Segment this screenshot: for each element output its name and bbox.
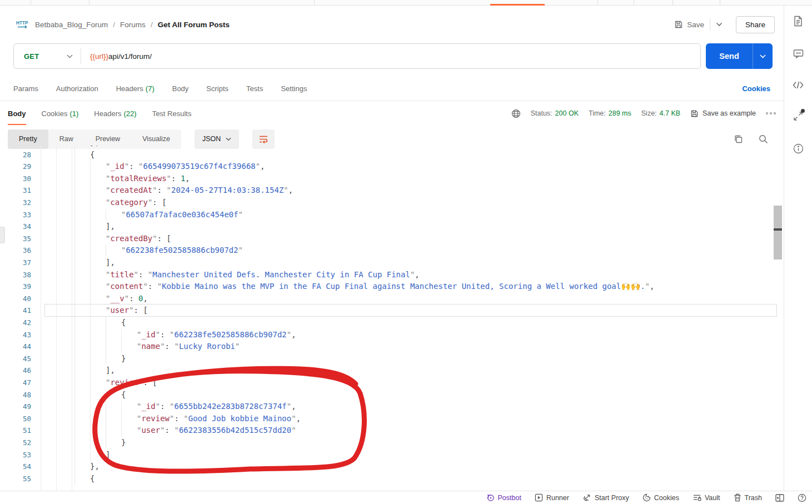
status-bar: PostbotRunnerStart ProxyCookiesVaultTras… xyxy=(0,491,812,504)
line-number: 31 xyxy=(0,184,31,197)
line-number: 29 xyxy=(0,161,31,173)
response-header: BodyCookies(1)Headers(22)Test Results St… xyxy=(0,101,784,126)
statusbar-items: PostbotRunnerStart ProxyCookiesVaultTras… xyxy=(486,493,762,502)
breadcrumb: HTTP Betbaba_Blog_Forum / Forums / Get A… xyxy=(16,19,230,29)
search-response-button[interactable] xyxy=(759,134,768,144)
size-pair[interactable]: Size:4.7 KB xyxy=(641,109,680,117)
request-header: HTTP Betbaba_Blog_Forum / Forums / Get A… xyxy=(0,10,784,39)
cookies-link[interactable]: Cookies xyxy=(742,84,770,93)
vault-icon xyxy=(693,493,701,502)
save-as-example-button[interactable]: Save as example xyxy=(690,109,756,118)
response-tab-headers[interactable]: Headers(22) xyxy=(94,102,136,125)
response-tab-test-results[interactable]: Test Results xyxy=(152,102,192,125)
code-line-46: 46], xyxy=(0,365,784,377)
save-icon xyxy=(674,20,683,29)
statusbar-postbot-button[interactable]: Postbot xyxy=(486,493,521,502)
code-line-53: 53] xyxy=(0,449,784,461)
documentation-icon[interactable] xyxy=(793,16,803,27)
tab-body[interactable]: Body xyxy=(172,84,189,93)
header-divider xyxy=(710,18,710,31)
code-line-36: 36"662238fe502585886cb907d2" xyxy=(0,244,784,257)
response-tab-cookies[interactable]: Cookies(1) xyxy=(42,102,79,125)
copy-response-button[interactable] xyxy=(734,134,743,144)
line-number: 36 xyxy=(0,244,31,257)
response-body-code[interactable]: 27},28{29"_id": "665499073519c67f4cf3966… xyxy=(0,146,784,491)
code-line-43: 43"_id": "662238fe502585886cb907d2", xyxy=(0,329,784,341)
copy-icon xyxy=(734,134,743,144)
chevron-down-icon xyxy=(226,137,231,141)
line-number: 44 xyxy=(0,341,31,353)
line-number: 38 xyxy=(0,269,31,281)
code-line-42: 42{ xyxy=(0,317,784,329)
more-options-icon[interactable] xyxy=(766,112,776,114)
statusbar-vault-button[interactable]: Vault xyxy=(693,493,720,502)
postman-app: HTTP Betbaba_Blog_Forum / Forums / Get A… xyxy=(0,0,812,504)
cookies-icon xyxy=(642,493,651,502)
comments-icon[interactable] xyxy=(793,49,804,59)
line-number: 45 xyxy=(0,353,31,365)
response-tabs: BodyCookies(1)Headers(22)Test Results xyxy=(8,102,191,125)
resize-pane-icon[interactable] xyxy=(793,111,803,121)
send-options-chevron-icon[interactable] xyxy=(753,43,773,69)
line-number: 33 xyxy=(0,209,31,221)
statusbar-cookies-button[interactable]: Cookies xyxy=(642,493,679,502)
tab-params[interactable]: Params xyxy=(13,84,38,93)
code-line-54: 54}, xyxy=(0,461,784,473)
help-icon[interactable] xyxy=(798,493,806,502)
http-request-icon: HTTP xyxy=(16,19,30,29)
save-button[interactable]: Save xyxy=(674,20,704,29)
code-line-45: 45} xyxy=(0,353,784,365)
code-snippet-icon[interactable] xyxy=(793,81,804,89)
method-select[interactable]: GET xyxy=(14,52,81,61)
line-number: 43 xyxy=(0,329,31,341)
code-line-31: 31"createdAt": "2024-05-27T14:03:38.154Z… xyxy=(0,184,784,197)
line-number: 50 xyxy=(0,413,31,425)
save-label: Save xyxy=(687,21,704,29)
time-pair[interactable]: Time:289 ms xyxy=(589,109,631,117)
tab-strip-divider xyxy=(597,0,598,6)
line-number: 30 xyxy=(0,173,31,185)
left-panel-handle[interactable] xyxy=(0,227,5,243)
statusbar-runner-button[interactable]: Runner xyxy=(535,493,569,502)
tab-tests[interactable]: Tests xyxy=(246,84,263,93)
line-number: 41 xyxy=(0,305,31,317)
save-options-chevron-icon[interactable] xyxy=(716,22,723,27)
statusbar-start-proxy-button[interactable]: Start Proxy xyxy=(582,493,629,502)
request-title[interactable]: Get All Forum Posts xyxy=(158,21,230,29)
split-panel-icon[interactable] xyxy=(775,494,784,502)
code-line-33: 33"66507af7afac0e036c454e0f" xyxy=(0,209,784,221)
url-input[interactable]: {{url}}api/v1/forum/ xyxy=(81,52,152,61)
code-line-55: 55{ xyxy=(0,473,784,485)
statusbar-trash-button[interactable]: Trash xyxy=(734,493,763,502)
tab-settings[interactable]: Settings xyxy=(281,84,307,93)
breadcrumb-folder[interactable]: Forums xyxy=(120,21,146,29)
info-icon[interactable] xyxy=(793,143,804,154)
format-value: JSON xyxy=(202,135,221,143)
size-value: 4.7 KB xyxy=(660,109,681,117)
request-tabs: ParamsAuthorizationHeaders(7)BodyScripts… xyxy=(0,77,784,101)
wrap-lines-icon xyxy=(258,135,268,143)
breadcrumb-collection[interactable]: Betbaba_Blog_Forum xyxy=(35,21,108,29)
status-label: Status: xyxy=(531,109,552,117)
breadcrumb-separator: / xyxy=(113,21,115,29)
tab-scripts[interactable]: Scripts xyxy=(206,84,228,93)
status-pair: Status:200 OK xyxy=(531,109,579,117)
share-button[interactable]: Share xyxy=(736,16,775,33)
url-path: api/v1/forum/ xyxy=(108,52,152,61)
code-line-51: 51"user": "6622383556b42d515c57dd20" xyxy=(0,425,784,437)
network-globe-icon xyxy=(511,109,521,118)
start-proxy-icon xyxy=(582,493,591,502)
http-badge-text: HTTP xyxy=(16,21,28,26)
response-tab-body[interactable]: Body xyxy=(8,102,26,125)
send-button[interactable]: Send xyxy=(706,43,773,69)
time-value: 289 ms xyxy=(609,109,631,117)
line-number: 47 xyxy=(0,377,31,389)
line-number: 39 xyxy=(0,281,31,293)
url-box: GET {{url}}api/v1/forum/ xyxy=(13,43,701,69)
code-line-48: 48{ xyxy=(0,389,784,401)
tab-headers[interactable]: Headers(7) xyxy=(116,84,155,93)
code-line-47: 47"review": [ xyxy=(0,377,784,389)
scrollbar-thumb[interactable] xyxy=(774,206,782,260)
search-icon xyxy=(759,134,768,144)
tab-authorization[interactable]: Authorization xyxy=(56,84,98,93)
